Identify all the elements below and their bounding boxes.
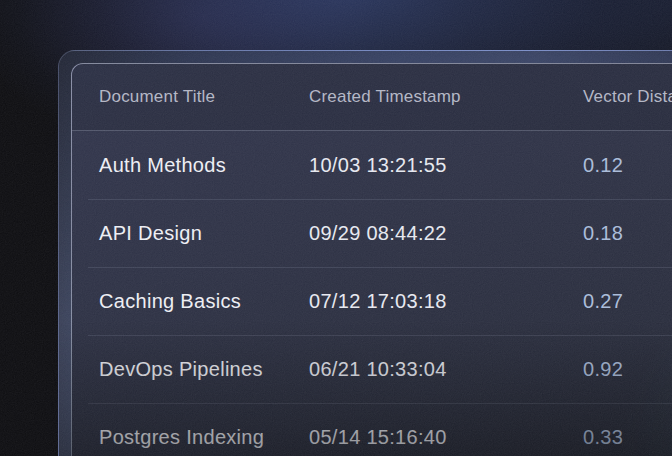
created-timestamp-cell: 10/03 13:21:55 [309,154,583,177]
column-header-vector-distance: Vector Distance [583,87,672,107]
document-title-cell: Auth Methods [99,154,309,177]
vector-distance-cell: 0.92 [583,358,672,381]
column-header-created-timestamp: Created Timestamp [309,87,583,107]
created-timestamp-cell: 07/12 17:03:18 [309,290,583,313]
table-row[interactable]: Postgres Indexing 05/14 15:16:40 0.33 [72,403,672,456]
created-timestamp-cell: 05/14 15:16:40 [309,426,583,449]
created-timestamp-cell: 06/21 10:33:04 [309,358,583,381]
table-row[interactable]: Auth Methods 10/03 13:21:55 0.12 [72,131,672,199]
table-row[interactable]: DevOps Pipelines 06/21 10:33:04 0.92 [72,335,672,403]
vector-distance-cell: 0.33 [583,426,672,449]
table-header-row: Document Title Created Timestamp Vector … [72,64,672,131]
table-row[interactable]: API Design 09/29 08:44:22 0.18 [72,199,672,267]
created-timestamp-cell: 09/29 08:44:22 [309,222,583,245]
document-title-cell: Caching Basics [99,290,309,313]
table-row[interactable]: Caching Basics 07/12 17:03:18 0.27 [72,267,672,335]
documents-table-card: Document Title Created Timestamp Vector … [71,63,672,456]
vector-distance-cell: 0.18 [583,222,672,245]
document-title-cell: DevOps Pipelines [99,358,309,381]
page-background: Document Title Created Timestamp Vector … [0,0,672,456]
vector-distance-cell: 0.27 [583,290,672,313]
screen-bezel: Document Title Created Timestamp Vector … [58,50,672,456]
column-header-document-title: Document Title [99,87,309,107]
document-title-cell: API Design [99,222,309,245]
document-title-cell: Postgres Indexing [99,426,309,449]
vector-distance-cell: 0.12 [583,154,672,177]
